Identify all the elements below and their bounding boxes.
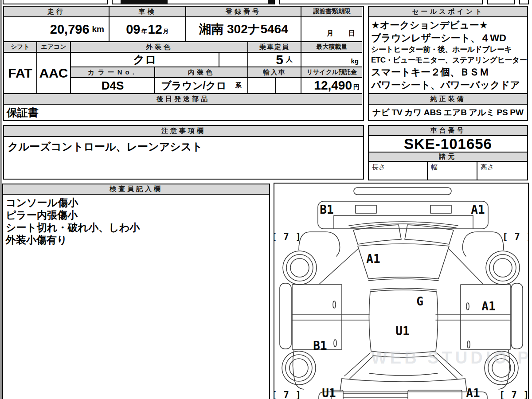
list-item: エアB <box>443 107 467 118</box>
list-item: アルミ <box>469 107 495 118</box>
list-item: シートヒーター前・後、ホールドブレーキ <box>371 44 525 55</box>
list-item: シート切れ・破れ小、しわ小 <box>6 221 266 234</box>
list-item: PW <box>510 108 524 117</box>
list-item: パワーシート、パワーバックドア <box>371 78 525 91</box>
spec-height-cell: 高さ <box>477 162 527 180</box>
import-car-cell-2 <box>276 78 301 94</box>
page-edge <box>0 0 2 399</box>
aircon-value-cell: AAC <box>37 53 71 94</box>
damage-label-tire-front-right: [ 7 ] <box>502 231 529 242</box>
capacity-value-cell: 5 人 <box>248 53 301 67</box>
damage-label-front-bumper-right: A1 <box>471 203 485 216</box>
max-load-header: 最大積載量 <box>301 42 362 53</box>
recycle-deposit-value-cell: 12,490 円 <box>301 78 362 94</box>
notes-value: クルーズコントロール、レーンアシスト <box>8 141 203 153</box>
damage-label-side-left-lower: B1 <box>313 339 327 352</box>
year-unit: 年 <box>141 27 147 35</box>
recycle-deposit-value: 12,490 <box>314 78 352 93</box>
damage-label-tire-rear-right: [ 7 ] <box>499 390 529 399</box>
auction-sheet: { "sheet": { "top_table": { "mileage": {… <box>0 0 532 399</box>
cutoff-row-cell <box>279 0 483 4</box>
shift-value: FAT <box>8 66 32 81</box>
cut-off-text-fragment <box>268 0 274 4</box>
damage-label-side-right-upper: A1 <box>481 300 495 313</box>
list-item: ナビ <box>372 107 390 118</box>
list-item: PS <box>497 108 508 117</box>
list-item: ABS <box>424 108 442 117</box>
list-item: スマートキー２個、ＢＳＭ <box>371 66 525 78</box>
spec-width-label: 幅 <box>428 162 438 172</box>
list-item: TV <box>391 108 402 117</box>
list-item: ブラウンレザーシート、４WD <box>371 31 525 44</box>
exterior-color-extra-cell <box>219 53 248 67</box>
damage-label-front-bumper-left: B1 <box>320 203 333 216</box>
transfer-deadline-cell: 月 日 <box>301 17 362 42</box>
cut-off-text-fragment <box>121 0 168 4</box>
sales-points-list: ★オークションデビュー★ブラウンレザーシート、４WDシートヒーター前・後、ホール… <box>369 17 527 94</box>
transfer-month-label: 月 <box>327 29 333 38</box>
registration-header: 登録番号 <box>186 7 301 17</box>
cutoff-row-cell <box>3 0 108 4</box>
capacity-value: 5 <box>276 52 283 67</box>
mileage-value: 20,796 <box>50 22 90 37</box>
damage-label-tire-front-left: [ 7 ] <box>274 231 301 242</box>
damage-label-rear-right: A1 <box>466 387 480 399</box>
sales-points-box: セールスポイント ★オークションデビュー★ブラウンレザーシート、４WDシートヒー… <box>368 6 528 121</box>
spec-length-cell: 長さ <box>369 162 428 180</box>
cutoff-row-cell <box>519 0 529 4</box>
spec-width-cell: 幅 <box>428 162 477 180</box>
exterior-color-header: 外装色 <box>71 42 248 53</box>
diagram-labels: B1A1[ 7 ][ 7 ]A1GA1U1B1U1A1[ 7 ][ 7 ] <box>274 184 528 399</box>
interior-color-value-cell: ブラウン/クロ 系 <box>155 78 248 94</box>
list-item: ★オークションデビュー★ <box>371 19 525 31</box>
spec-height-label: 高さ <box>477 162 494 172</box>
recycle-deposit-header: リサイクル預託金 <box>301 67 362 78</box>
factory-equipment-header: 純正装備 <box>369 94 527 105</box>
later-parts-value-cell: 保証書 <box>4 105 362 120</box>
spec-length-label: 長さ <box>369 162 385 172</box>
chassis-value: SKE-101656 <box>404 136 492 153</box>
inspection-month: 12 <box>148 22 162 37</box>
inspection-value-cell: 09 年 12 月 <box>110 17 186 42</box>
recycle-deposit-unit: 円 <box>353 83 360 91</box>
damage-label-roof-front: G <box>416 295 423 308</box>
factory-equipment-list: ナビTVカワABSエアBアルミPSPW <box>369 105 527 120</box>
specs-header: 諸元 <box>369 153 527 162</box>
interior-color-suffix: 系 <box>235 82 242 90</box>
inspector-notes-box: 検査員記入欄 コンソール傷小ピラー内張傷小シート切れ・破れ小、しわ小外装小傷有り <box>2 184 270 399</box>
damage-diagram: WEB STUDIO PRO B1A1[ 7 ][ 7 ]A1GA1U1B1U1… <box>274 183 529 399</box>
color-no-value-cell: D4S <box>71 78 155 94</box>
max-load-value-cell: kg <box>301 53 362 67</box>
chassis-specs-box: 車台番号 SKE-101656 諸元 長さ 幅 高さ <box>368 125 528 180</box>
inspector-notes-list: コンソール傷小ピラー内張傷小シート切れ・破れ小、しわ小外装小傷有り <box>3 195 269 248</box>
registration-value: 湘南 302ナ5464 <box>199 21 288 38</box>
shift-value-cell: FAT <box>4 53 37 94</box>
interior-color-value: ブラウン/クロ <box>161 79 227 93</box>
mileage-value-cell: 20,796 km <box>4 17 110 42</box>
mileage-header: 走行 <box>4 7 110 17</box>
notes-box: 注意事項欄 クルーズコントロール、レーンアシスト <box>3 125 364 180</box>
damage-label-windshield: A1 <box>366 252 380 266</box>
transfer-deadline-header: 譲渡書類期限 <box>301 7 362 17</box>
aircon-value: AAC <box>39 66 68 81</box>
month-unit: 月 <box>163 27 169 35</box>
mileage-unit: km <box>92 24 104 34</box>
import-car-cell-1 <box>248 78 276 94</box>
list-item: 外装小傷有り <box>6 234 266 246</box>
import-car-header: 輸入車 <box>248 67 301 78</box>
notes-header: 注意事項欄 <box>4 126 363 137</box>
list-item: コンソール傷小 <box>6 196 266 209</box>
transfer-day-label: 日 <box>348 29 355 38</box>
interior-color-header: 内装色 <box>155 67 248 78</box>
list-item: ETC・ビューモニター、ステアリングヒーター <box>371 55 525 66</box>
inspection-header: 車検 <box>110 7 186 17</box>
max-load-unit: kg <box>351 57 359 65</box>
color-no-value: D4S <box>102 79 124 93</box>
list-item: ピラー内張傷小 <box>6 209 266 221</box>
inspection-year: 09 <box>126 22 140 37</box>
chassis-header: 車台番号 <box>369 126 527 136</box>
later-parts-header: 後日発送部品 <box>4 94 362 105</box>
list-item: カワ <box>404 107 422 118</box>
inspector-notes-header: 検査員記入欄 <box>3 184 269 195</box>
damage-label-rear-left: U1 <box>322 387 336 399</box>
